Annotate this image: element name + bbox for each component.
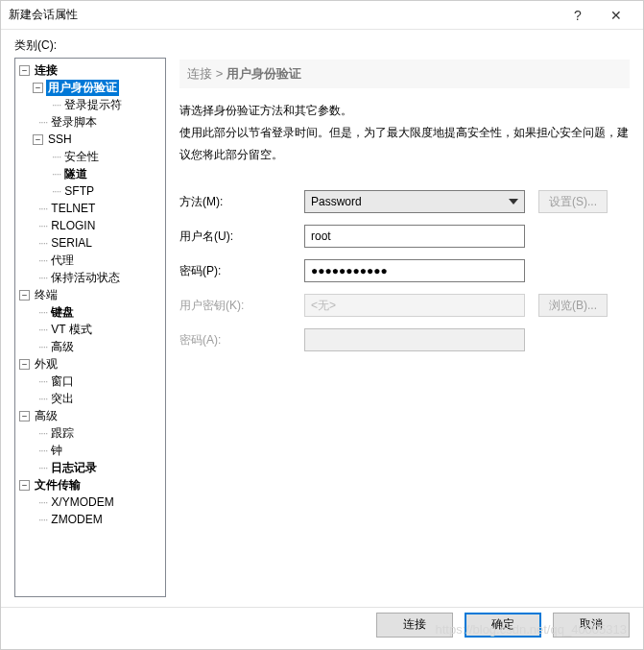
dialog-content: 类别(C): −连接 −用户身份验证 ····登录提示符 ····登录脚本 −S… [1, 30, 643, 607]
password2-label: 密码(A): [179, 332, 304, 349]
category-label: 类别(C): [14, 37, 630, 54]
tree-item-keyboard[interactable]: ····键盘 [17, 303, 163, 321]
username-input[interactable] [304, 225, 525, 248]
close-button[interactable]: ✕ [597, 2, 635, 29]
tree-item-filetransfer[interactable]: −文件传输 [17, 476, 163, 494]
tree-item-zmodem[interactable]: ····ZMODEM [17, 511, 163, 528]
method-label: 方法(M): [179, 194, 304, 210]
tree-item-security[interactable]: ····安全性 [17, 148, 163, 165]
tree-item-proxy[interactable]: ····代理 [17, 252, 163, 269]
breadcrumb-root: 连接 [187, 66, 212, 81]
help-button[interactable]: ? [559, 2, 597, 29]
dialog-body: −连接 −用户身份验证 ····登录提示符 ····登录脚本 −SSH ····… [14, 58, 630, 597]
tree-item-advanced[interactable]: ····高级 [17, 338, 163, 355]
password-input[interactable] [304, 259, 525, 282]
ok-button[interactable]: 确定 [465, 613, 541, 638]
collapse-icon[interactable]: − [33, 83, 43, 93]
dialog-footer: 连接 确定 取消 [1, 607, 643, 649]
desc-line2: 使用此部分以节省登录时间。但是，为了最大限度地提高安全性，如果担心安全问题，建议… [179, 122, 630, 166]
desc-line1: 请选择身份验证方法和其它参数。 [179, 100, 630, 122]
settings-panel: 连接 > 用户身份验证 请选择身份验证方法和其它参数。 使用此部分以节省登录时间… [179, 58, 630, 597]
tree-item-ssh[interactable]: −SSH [17, 131, 163, 148]
cancel-button[interactable]: 取消 [553, 613, 630, 638]
breadcrumb: 连接 > 用户身份验证 [179, 60, 630, 88]
tree-item-trace[interactable]: ····跟踪 [17, 424, 163, 442]
tree-item-login-script[interactable]: ····登录脚本 [17, 113, 163, 131]
session-properties-dialog: 新建会话属性 ? ✕ 类别(C): −连接 −用户身份验证 ····登录提示符 … [0, 0, 644, 650]
tree-item-bell[interactable]: ····钟 [17, 442, 163, 459]
tree-item-xymodem[interactable]: ····X/YMODEM [17, 494, 163, 511]
userkey-select: <无> [304, 294, 525, 317]
titlebar: 新建会话属性 ? ✕ [1, 1, 643, 30]
tree-item-rlogin[interactable]: ····RLOGIN [17, 217, 163, 234]
collapse-icon[interactable]: − [19, 480, 30, 491]
breadcrumb-sep: > [216, 66, 224, 81]
userkey-row: 用户密钥(K): <无> 浏览(B)... [179, 294, 630, 317]
tree-item-window[interactable]: ····窗口 [17, 373, 163, 390]
tree-item-advanced2[interactable]: −高级 [17, 407, 163, 424]
collapse-icon[interactable]: − [19, 411, 30, 421]
tree-item-terminal[interactable]: −终端 [17, 286, 163, 303]
tree-item-auth[interactable]: −用户身份验证 [17, 79, 163, 96]
dialog-title: 新建会话属性 [9, 7, 559, 23]
tree-item-telnet[interactable]: ····TELNET [17, 200, 163, 217]
browse-button[interactable]: 浏览(B)... [538, 294, 608, 317]
username-row: 用户名(U): [179, 225, 630, 248]
password-label: 密码(P): [179, 263, 304, 279]
tree-item-vtmode[interactable]: ····VT 模式 [17, 321, 163, 338]
category-tree[interactable]: −连接 −用户身份验证 ····登录提示符 ····登录脚本 −SSH ····… [14, 58, 166, 597]
collapse-icon[interactable]: − [19, 359, 30, 370]
password2-row: 密码(A): [179, 328, 630, 351]
tree-item-appearance[interactable]: −外观 [17, 355, 163, 373]
tree-item-login-prompt[interactable]: ····登录提示符 [17, 96, 163, 113]
tree-item-keepalive[interactable]: ····保持活动状态 [17, 269, 163, 286]
tree-item-logging[interactable]: ····日志记录 [17, 459, 163, 476]
password-row: 密码(P): [179, 259, 630, 282]
username-label: 用户名(U): [179, 229, 304, 245]
help-icon: ? [574, 8, 582, 23]
password2-input [304, 328, 525, 351]
tree-item-connection[interactable]: −连接 [17, 61, 163, 79]
collapse-icon[interactable]: − [19, 65, 30, 76]
close-icon: ✕ [610, 8, 622, 23]
tree-item-serial[interactable]: ····SERIAL [17, 234, 163, 252]
userkey-label: 用户密钥(K): [179, 298, 304, 314]
method-select[interactable]: Password [304, 190, 525, 213]
connect-button[interactable]: 连接 [376, 613, 453, 638]
tree-item-sftp[interactable]: ····SFTP [17, 182, 163, 200]
tree-item-highlight[interactable]: ····突出 [17, 390, 163, 407]
collapse-icon[interactable]: − [19, 290, 30, 301]
description: 请选择身份验证方法和其它参数。 使用此部分以节省登录时间。但是，为了最大限度地提… [179, 100, 630, 165]
collapse-icon[interactable]: − [33, 134, 43, 145]
method-row: 方法(M): Password 设置(S)... [179, 190, 630, 213]
tree-item-tunnel[interactable]: ····隧道 [17, 165, 163, 182]
breadcrumb-current: 用户身份验证 [227, 66, 301, 81]
setup-button[interactable]: 设置(S)... [538, 190, 608, 213]
